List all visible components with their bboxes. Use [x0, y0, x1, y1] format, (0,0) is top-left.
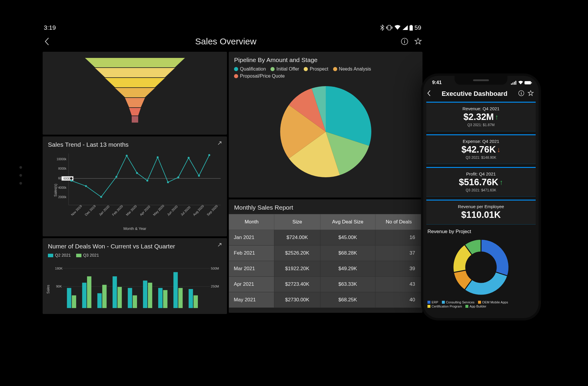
svg-rect-58 [178, 288, 183, 308]
kpi-card[interactable]: Revenue per Employee$110.01K [426, 200, 536, 225]
svg-point-25 [100, 196, 102, 198]
svg-text:8000k: 8000k [58, 167, 67, 170]
funnel-chart [76, 58, 194, 128]
kpi-card[interactable]: Profit: Q4 2021$516.76K↑Q3 2021: $471.63… [426, 167, 536, 197]
table-header: Avg Deal Size [320, 214, 375, 230]
signal-icon [402, 25, 408, 30]
kpi-card[interactable]: Expense: Q4 2021$42.76K↓Q3 2021: $148.90… [426, 134, 536, 164]
battery-icon [524, 81, 532, 85]
svg-text:2000k: 2000k [58, 195, 67, 199]
svg-marker-9 [115, 88, 155, 97]
svg-point-23 [70, 180, 72, 181]
kpi-label: Revenue: Q4 2021 [430, 106, 532, 111]
svg-point-68 [521, 92, 522, 92]
svg-rect-62 [512, 83, 513, 85]
table-header: Size [274, 214, 320, 230]
svg-rect-63 [514, 82, 515, 85]
svg-text:180K: 180K [55, 267, 63, 270]
wifi-icon [518, 81, 523, 85]
svg-rect-52 [133, 295, 137, 308]
svg-rect-57 [173, 272, 178, 308]
svg-point-32 [177, 176, 179, 178]
kpi-list: Revenue: Q4 2021$2.32M↑Q3 2021: $1.87MEx… [423, 102, 539, 225]
table-row[interactable]: Jan 2021$724.00K$45.00K16 [229, 230, 422, 245]
favorite-button[interactable] [414, 37, 422, 46]
svg-rect-51 [128, 288, 132, 308]
svg-rect-53 [143, 280, 147, 308]
kpi-label: Revenue per Employee [430, 204, 532, 209]
battery-icon [410, 25, 413, 31]
favorite-button[interactable] [527, 90, 534, 98]
pipeline-legend: QualificationInitial OfferProspectNeeds … [234, 66, 417, 79]
monthly-sales-card[interactable]: Monthly Sales Report MonthSizeAvg Deal S… [229, 199, 422, 313]
svg-rect-12 [132, 116, 138, 123]
kpi-value: $42.76K↓ [461, 144, 500, 155]
trend-x-labels: Nov 2019Dec 2019Jan 2020Feb 2020Mar 2020… [70, 214, 220, 218]
phone-notch [455, 76, 507, 85]
pipeline-title: Pipeline By Amount and Stage [234, 56, 417, 64]
svg-rect-47 [97, 293, 102, 308]
funnel-chart-card[interactable] [43, 52, 227, 135]
svg-rect-65 [524, 81, 531, 84]
monthly-sales-title: Monthly Sales Report [229, 204, 422, 211]
svg-rect-44 [72, 295, 76, 308]
kpi-card[interactable]: Revenue: Q4 2021$2.32M↑Q3 2021: $1.87M [426, 102, 536, 131]
revenue-by-project-title: Revenue by Project [427, 229, 534, 235]
phone-time: 9:41 [432, 80, 442, 85]
svg-rect-48 [102, 285, 107, 308]
svg-rect-43 [67, 288, 71, 308]
svg-point-28 [136, 172, 138, 174]
back-button[interactable] [427, 90, 431, 98]
pipeline-card[interactable]: Pipeline By Amount and Stage Qualificati… [229, 52, 422, 198]
page-title: Sales Overview [51, 36, 400, 46]
sales-trend-chart: 2000k 4000k 6000k 8000k 10000k 6000k [48, 151, 222, 213]
deals-card[interactable]: Numer of Deals Won - Current vs Last Qua… [43, 238, 227, 314]
svg-rect-61 [511, 83, 512, 85]
svg-point-36 [70, 177, 73, 180]
svg-point-29 [146, 180, 148, 181]
trend-x-label: Month & Year [48, 226, 222, 231]
svg-point-34 [198, 175, 200, 177]
trend-y-label: Sales(s) [54, 184, 58, 197]
deals-legend: Q2 2021 Q3 2021 [48, 253, 222, 258]
svg-text:4000k: 4000k [58, 186, 67, 189]
phone-appbar: Executive Dashboard [423, 87, 539, 102]
expand-icon[interactable] [217, 242, 222, 248]
kpi-sublabel: Q3 2021: $148.90K [430, 156, 532, 160]
svg-point-4 [404, 40, 405, 41]
carousel-dots [19, 166, 22, 185]
tablet-statusbar: 3:19 59 [43, 24, 422, 32]
kpi-value: $110.01K [461, 210, 501, 220]
revenue-project-legend: ERPConsulting ServicesOEM Mobile AppsCer… [427, 300, 534, 308]
statusbar-time: 3:19 [44, 24, 56, 31]
table-row[interactable]: Mar 2021$1922.20K$49.29K39 [229, 261, 422, 277]
svg-rect-56 [163, 290, 168, 308]
deals-y-label: Sales [46, 285, 50, 294]
deals-chart: 180K 90K 500M 250M [48, 260, 222, 315]
tablet-device: 3:19 59 Sales Overview [33, 16, 432, 323]
svg-rect-64 [515, 81, 516, 85]
kpi-sublabel: Q3 2021: $1.87M [430, 123, 532, 127]
table-row[interactable]: Feb 2021$2526.20K$68.28K37 [229, 245, 422, 261]
deals-title: Numer of Deals Won - Current vs Last Qua… [48, 243, 222, 250]
sales-trend-title: Sales Trend - Last 13 months [48, 141, 222, 148]
svg-rect-59 [189, 289, 193, 308]
sales-trend-card[interactable]: Sales Trend - Last 13 months Sales(s) 20… [43, 136, 227, 236]
revenue-by-project-card[interactable]: Revenue by Project ERPConsulting Service… [423, 225, 539, 310]
expand-icon[interactable] [217, 141, 222, 146]
kpi-label: Expense: Q4 2021 [430, 139, 532, 144]
svg-rect-45 [82, 283, 86, 308]
info-button[interactable] [518, 90, 524, 98]
back-button[interactable] [43, 37, 51, 46]
svg-rect-0 [388, 25, 391, 30]
kpi-label: Profit: Q4 2021 [430, 171, 532, 176]
table-row[interactable]: May 2021$2730.00K$68.25K40 [229, 292, 422, 308]
phone-title: Executive Dashboard [431, 90, 518, 98]
svg-point-30 [157, 156, 158, 158]
kpi-value: $516.76K↑ [459, 177, 503, 188]
info-button[interactable] [400, 37, 409, 46]
svg-point-27 [126, 155, 128, 156]
table-header: No of Deals [375, 214, 422, 230]
kpi-sublabel: Q3 2021: $471.63K [430, 188, 532, 192]
table-row[interactable]: Apr 2021$2723.40K$63.33K43 [229, 277, 422, 292]
